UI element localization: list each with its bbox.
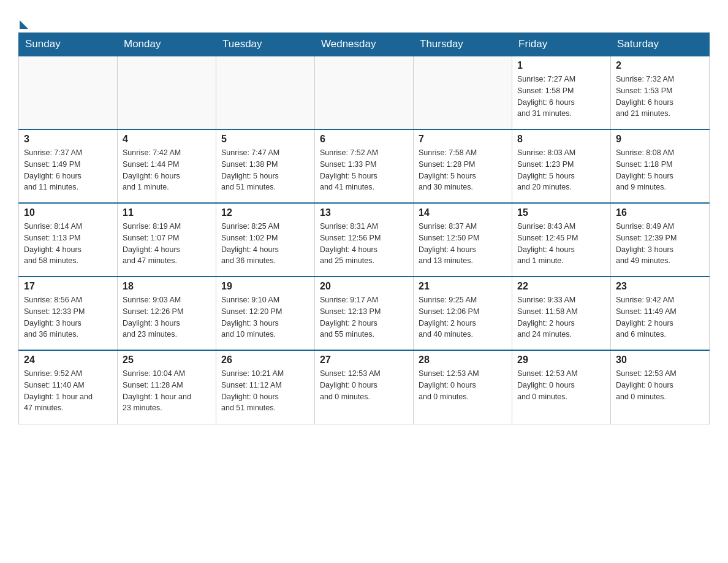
day-info: Sunrise: 9:33 AM Sunset: 11:58 AM Daylig… [517,294,605,340]
week-row-2: 3Sunrise: 7:37 AM Sunset: 1:49 PM Daylig… [19,129,710,203]
weekday-header-saturday: Saturday [611,33,710,56]
calendar-cell: 29Sunset: 12:53 AM Daylight: 0 hours and… [512,350,611,424]
day-info: Sunrise: 8:43 AM Sunset: 12:45 PM Daylig… [517,221,605,267]
day-number: 29 [517,354,605,366]
calendar-cell: 20Sunrise: 9:17 AM Sunset: 12:13 PM Dayl… [315,277,414,350]
logo [18,12,28,26]
day-number: 22 [517,281,605,292]
calendar-cell: 27Sunset: 12:53 AM Daylight: 0 hours and… [315,350,414,424]
day-info: Sunrise: 10:21 AM Sunset: 11:12 AM Dayli… [221,368,309,414]
day-number: 3 [24,134,112,145]
calendar-cell: 16Sunrise: 8:49 AM Sunset: 12:39 PM Dayl… [611,203,710,277]
day-info: Sunrise: 8:25 AM Sunset: 1:02 PM Dayligh… [221,221,309,267]
calendar-cell: 18Sunrise: 9:03 AM Sunset: 12:26 PM Dayl… [118,277,216,350]
day-info: Sunset: 12:53 AM Daylight: 0 hours and 0… [419,368,507,402]
day-number: 15 [517,207,605,218]
day-number: 4 [123,134,211,145]
day-info: Sunrise: 8:31 AM Sunset: 12:56 PM Daylig… [320,221,408,267]
day-info: Sunrise: 8:08 AM Sunset: 1:18 PM Dayligh… [616,147,704,193]
day-info: Sunrise: 7:27 AM Sunset: 1:58 PM Dayligh… [517,74,605,120]
week-row-5: 24Sunrise: 9:52 AM Sunset: 11:40 AM Dayl… [19,350,710,424]
week-row-4: 17Sunrise: 8:56 AM Sunset: 12:33 PM Dayl… [19,277,710,350]
calendar-cell: 26Sunrise: 10:21 AM Sunset: 11:12 AM Day… [216,350,315,424]
calendar-cell: 10Sunrise: 8:14 AM Sunset: 1:13 PM Dayli… [19,203,118,277]
day-info: Sunrise: 8:19 AM Sunset: 1:07 PM Dayligh… [123,221,211,267]
calendar-cell: 21Sunrise: 9:25 AM Sunset: 12:06 PM Dayl… [414,277,512,350]
day-number: 23 [616,281,704,292]
weekday-header-wednesday: Wednesday [315,33,414,56]
calendar-cell: 1Sunrise: 7:27 AM Sunset: 1:58 PM Daylig… [512,56,611,129]
day-info: Sunrise: 7:37 AM Sunset: 1:49 PM Dayligh… [24,147,112,193]
weekday-header-monday: Monday [118,33,216,56]
day-info: Sunrise: 9:25 AM Sunset: 12:06 PM Daylig… [419,294,507,340]
day-info: Sunset: 12:53 AM Daylight: 0 hours and 0… [616,368,704,402]
day-number: 5 [221,134,309,145]
day-number: 19 [221,281,309,292]
day-number: 6 [320,134,408,145]
day-number: 10 [24,207,112,218]
week-row-3: 10Sunrise: 8:14 AM Sunset: 1:13 PM Dayli… [19,203,710,277]
day-number: 30 [616,354,704,366]
calendar-cell: 8Sunrise: 8:03 AM Sunset: 1:23 PM Daylig… [512,129,611,203]
day-number: 2 [616,60,704,71]
day-info: Sunrise: 10:04 AM Sunset: 11:28 AM Dayli… [123,368,211,414]
calendar-cell: 13Sunrise: 8:31 AM Sunset: 12:56 PM Dayl… [315,203,414,277]
calendar-cell: 9Sunrise: 8:08 AM Sunset: 1:18 PM Daylig… [611,129,710,203]
day-info: Sunrise: 9:42 AM Sunset: 11:49 AM Daylig… [616,294,704,340]
weekday-header-tuesday: Tuesday [216,33,315,56]
day-number: 14 [419,207,507,218]
calendar-cell: 22Sunrise: 9:33 AM Sunset: 11:58 AM Dayl… [512,277,611,350]
day-info: Sunrise: 8:49 AM Sunset: 12:39 PM Daylig… [616,221,704,267]
day-number: 28 [419,354,507,366]
day-info: Sunrise: 9:03 AM Sunset: 12:26 PM Daylig… [123,294,211,340]
calendar-cell: 19Sunrise: 9:10 AM Sunset: 12:20 PM Dayl… [216,277,315,350]
calendar-cell: 25Sunrise: 10:04 AM Sunset: 11:28 AM Day… [118,350,216,424]
calendar-cell [216,56,315,129]
calendar-cell: 30Sunset: 12:53 AM Daylight: 0 hours and… [611,350,710,424]
calendar-cell [118,56,216,129]
calendar-cell: 17Sunrise: 8:56 AM Sunset: 12:33 PM Dayl… [19,277,118,350]
calendar-cell: 2Sunrise: 7:32 AM Sunset: 1:53 PM Daylig… [611,56,710,129]
day-info: Sunrise: 8:14 AM Sunset: 1:13 PM Dayligh… [24,221,112,267]
day-info: Sunset: 12:53 AM Daylight: 0 hours and 0… [320,368,408,402]
calendar-cell [414,56,512,129]
day-number: 24 [24,354,112,366]
day-number: 21 [419,281,507,292]
calendar-cell: 6Sunrise: 7:52 AM Sunset: 1:33 PM Daylig… [315,129,414,203]
calendar-cell: 11Sunrise: 8:19 AM Sunset: 1:07 PM Dayli… [118,203,216,277]
day-info: Sunrise: 8:56 AM Sunset: 12:33 PM Daylig… [24,294,112,340]
weekday-header-friday: Friday [512,33,611,56]
day-info: Sunrise: 7:58 AM Sunset: 1:28 PM Dayligh… [419,147,507,193]
day-number: 9 [616,134,704,145]
calendar-cell: 28Sunset: 12:53 AM Daylight: 0 hours and… [414,350,512,424]
calendar-cell: 4Sunrise: 7:42 AM Sunset: 1:44 PM Daylig… [118,129,216,203]
day-number: 18 [123,281,211,292]
logo-arrow-icon [20,20,28,29]
calendar-cell: 7Sunrise: 7:58 AM Sunset: 1:28 PM Daylig… [414,129,512,203]
day-info: Sunrise: 9:17 AM Sunset: 12:13 PM Daylig… [320,294,408,340]
weekday-header-thursday: Thursday [414,33,512,56]
calendar-cell: 23Sunrise: 9:42 AM Sunset: 11:49 AM Dayl… [611,277,710,350]
day-info: Sunrise: 7:47 AM Sunset: 1:38 PM Dayligh… [221,147,309,193]
calendar-table: SundayMondayTuesdayWednesdayThursdayFrid… [18,33,710,424]
calendar-cell: 12Sunrise: 8:25 AM Sunset: 1:02 PM Dayli… [216,203,315,277]
calendar-cell [19,56,118,129]
day-info: Sunrise: 9:52 AM Sunset: 11:40 AM Daylig… [24,368,112,414]
day-number: 11 [123,207,211,218]
weekday-header-sunday: Sunday [19,33,118,56]
calendar-cell: 15Sunrise: 8:43 AM Sunset: 12:45 PM Dayl… [512,203,611,277]
day-number: 20 [320,281,408,292]
day-number: 7 [419,134,507,145]
day-number: 13 [320,207,408,218]
day-number: 27 [320,354,408,366]
day-number: 8 [517,134,605,145]
weekday-header-row: SundayMondayTuesdayWednesdayThursdayFrid… [19,33,710,56]
calendar-cell: 5Sunrise: 7:47 AM Sunset: 1:38 PM Daylig… [216,129,315,203]
day-info: Sunrise: 9:10 AM Sunset: 12:20 PM Daylig… [221,294,309,340]
page-header [18,12,710,26]
day-number: 17 [24,281,112,292]
day-number: 12 [221,207,309,218]
day-number: 26 [221,354,309,366]
week-row-1: 1Sunrise: 7:27 AM Sunset: 1:58 PM Daylig… [19,56,710,129]
day-number: 16 [616,207,704,218]
